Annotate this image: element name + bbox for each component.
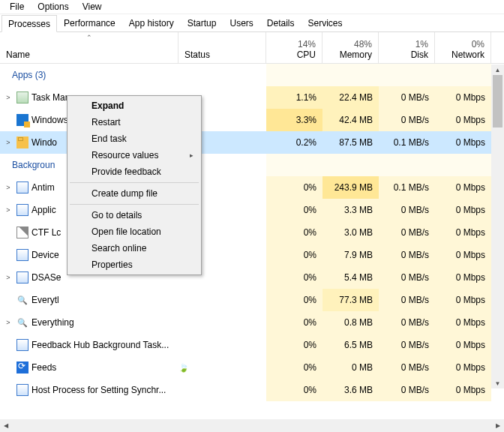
disk-value: 0 MB/s <box>379 266 435 289</box>
memory-value: 77.3 MB <box>322 289 379 311</box>
scroll-right-icon[interactable]: ▶ <box>492 422 504 429</box>
cpu-value: 0% <box>266 266 322 289</box>
process-row[interactable]: >Feeds🍃0%0 MB0 MB/s0 Mbps <box>0 356 504 379</box>
network-value: 0 Mbps <box>435 109 491 131</box>
process-name: Feedback Hub Background Task... <box>32 340 169 350</box>
chevron-right-icon[interactable]: > <box>3 319 14 326</box>
app-icon <box>16 272 28 284</box>
leaf-icon: 🍃 <box>178 363 189 373</box>
menu-item-resource-values[interactable]: Resource values <box>69 147 200 164</box>
header-cpu-label: CPU <box>297 50 316 60</box>
header-memory[interactable]: 48% Memory <box>322 32 379 63</box>
memory-value: 42.4 MB <box>322 109 379 131</box>
chevron-right-icon[interactable]: > <box>3 274 14 281</box>
process-row[interactable]: >🔍Everything0%0.8 MB0 MB/s0 Mbps <box>0 311 504 334</box>
header-status-label: Status <box>184 50 260 60</box>
process-name: Antim <box>32 182 55 193</box>
process-name: Everything <box>32 317 74 328</box>
column-headers: ⌃ Name Status 14% CPU 48% Memory 1% Disk… <box>0 32 504 64</box>
cpu-value: 0% <box>266 334 322 356</box>
tab-performance[interactable]: Performance <box>57 14 122 32</box>
vertical-scrollbar[interactable]: ▲ ▼ <box>491 64 504 388</box>
context-menu: ExpandRestartEnd taskResource valuesProv… <box>67 95 202 275</box>
header-network[interactable]: 0% Network <box>435 32 491 63</box>
chevron-right-icon[interactable]: > <box>3 94 14 101</box>
process-name: Applic <box>32 205 56 215</box>
scroll-down-icon[interactable]: ▼ <box>491 378 504 388</box>
header-memory-pct: 48% <box>354 39 372 50</box>
network-value: 0 Mbps <box>435 289 491 311</box>
scroll-up-icon[interactable]: ▲ <box>491 64 504 75</box>
header-memory-label: Memory <box>340 50 372 60</box>
gadgets-icon <box>16 114 28 126</box>
menu-view[interactable]: View <box>76 1 109 13</box>
menu-item-open-file-location[interactable]: Open file location <box>69 224 200 240</box>
group-background-label: Backgroun <box>12 160 55 170</box>
horizontal-scrollbar[interactable]: ◀ ▶ <box>0 419 504 432</box>
chevron-right-icon[interactable]: > <box>3 206 14 214</box>
header-network-label: Network <box>452 50 484 60</box>
network-value: 0 Mbps <box>435 199 491 221</box>
disk-value: 0 MB/s <box>379 244 435 266</box>
app-icon <box>16 249 28 261</box>
menu-separator <box>70 204 199 205</box>
memory-value: 0.8 MB <box>322 311 379 334</box>
sort-indicator-icon: ⌃ <box>86 34 92 41</box>
menu-options[interactable]: Options <box>31 1 75 13</box>
tab-users[interactable]: Users <box>223 14 260 32</box>
memory-value: 0 MB <box>322 356 379 379</box>
menu-item-create-dump-file[interactable]: Create dump file <box>69 185 200 202</box>
tab-startup[interactable]: Startup <box>181 14 224 32</box>
tab-details[interactable]: Details <box>260 14 302 32</box>
scroll-thumb[interactable] <box>493 75 502 128</box>
process-row[interactable]: >🔍Everytl0%77.3 MB0 MB/s0 Mbps <box>0 289 504 311</box>
network-value: 0 Mbps <box>435 356 491 379</box>
header-cpu[interactable]: 14% CPU <box>266 32 322 63</box>
disk-value: 0 MB/s <box>379 311 435 334</box>
header-name-label: Name <box>6 50 30 60</box>
header-disk[interactable]: 1% Disk <box>379 32 435 63</box>
disk-value: 0 MB/s <box>379 289 435 311</box>
scroll-left-icon[interactable]: ◀ <box>0 422 12 429</box>
menu-item-expand[interactable]: Expand <box>69 98 200 114</box>
network-value: 0 Mbps <box>435 266 491 289</box>
process-row[interactable]: >Host Process for Setting Synchr...0%3.6… <box>0 379 504 401</box>
memory-value: 7.9 MB <box>322 244 379 266</box>
disk-value: 0.1 MB/s <box>379 131 435 154</box>
app-icon <box>16 182 28 194</box>
chevron-right-icon[interactable]: > <box>3 184 14 191</box>
menu-item-properties[interactable]: Properties <box>69 256 200 273</box>
menu-file[interactable]: File <box>3 1 31 13</box>
ctf-loader-icon <box>16 226 28 238</box>
process-name: Device <box>32 250 59 260</box>
memory-value: 3.3 MB <box>322 199 379 221</box>
tab-app-history[interactable]: App history <box>122 14 181 32</box>
tab-services[interactable]: Services <box>302 14 350 32</box>
network-value: 0 Mbps <box>435 176 491 199</box>
cpu-value: 0% <box>266 379 322 401</box>
memory-value: 87.5 MB <box>322 131 379 154</box>
chevron-right-icon[interactable]: > <box>3 139 14 146</box>
folder-icon <box>16 136 28 148</box>
memory-value: 5.4 MB <box>322 266 379 289</box>
search-icon: 🔍 <box>16 316 28 328</box>
tab-processes[interactable]: Processes <box>2 15 57 32</box>
cpu-value: 0% <box>266 221 322 244</box>
header-status[interactable]: Status <box>178 32 266 63</box>
disk-value: 0 MB/s <box>379 86 435 109</box>
memory-value: 22.4 MB <box>322 86 379 109</box>
header-name[interactable]: ⌃ Name <box>0 32 178 63</box>
network-value: 0 Mbps <box>435 221 491 244</box>
search-icon: 🔍 <box>16 294 28 306</box>
header-cpu-pct: 14% <box>298 39 316 50</box>
menu-item-go-to-details[interactable]: Go to details <box>69 207 200 224</box>
cpu-value: 0% <box>266 199 322 221</box>
process-row[interactable]: >Feedback Hub Background Task...0%6.5 MB… <box>0 334 504 356</box>
menu-item-provide-feedback[interactable]: Provide feedback <box>69 164 200 180</box>
menu-item-restart[interactable]: Restart <box>69 114 200 130</box>
app-icon <box>16 204 28 216</box>
app-icon <box>16 339 28 351</box>
menu-item-search-online[interactable]: Search online <box>69 240 200 256</box>
menu-item-end-task[interactable]: End task <box>69 130 200 147</box>
disk-value: 0 MB/s <box>379 379 435 401</box>
